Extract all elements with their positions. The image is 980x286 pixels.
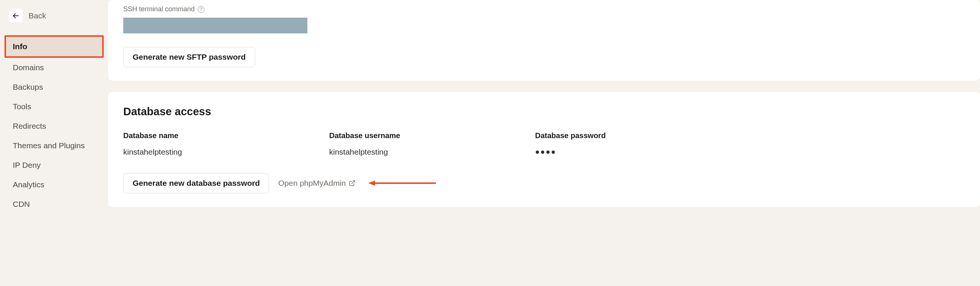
svg-marker-3 [368,180,375,186]
sidebar-item-info[interactable]: Info [5,35,104,58]
open-phpmyadmin-link[interactable]: Open phpMyAdmin [278,179,355,188]
button-label: Generate new database password [133,179,260,188]
database-name-col: Database name kinstahelptesting [123,131,329,156]
database-username-col: Database username kinstahelptesting [329,131,535,156]
sidebar-item-label: Domains [13,63,44,72]
sftp-card: SSH terminal command ? Generate new SFTP… [108,0,980,81]
sidebar-item-label: Tools [13,102,31,111]
link-label: Open phpMyAdmin [278,179,346,188]
sidebar-item-ip-deny[interactable]: IP Deny [5,155,104,175]
annotation-arrow [368,179,436,187]
main-content: SSH terminal command ? Generate new SFTP… [108,0,980,286]
database-card: Database access Database name kinstahelp… [108,92,980,207]
svg-line-1 [352,180,355,183]
ssh-command-label: SSH terminal command [123,5,195,13]
ssh-command-redacted [123,17,307,33]
sidebar-item-label: Backups [13,82,43,91]
sidebar-item-backups[interactable]: Backups [5,77,104,97]
sidebar-item-analytics[interactable]: Analytics [5,175,104,194]
sidebar-item-tools[interactable]: Tools [5,97,104,116]
sidebar-item-label: Redirects [13,122,46,130]
sidebar-item-domains[interactable]: Domains [5,58,104,77]
database-username-label: Database username [329,131,535,140]
sidebar-item-label: Info [13,42,27,51]
generate-db-password-button[interactable]: Generate new database password [123,173,269,193]
database-info-grid: Database name kinstahelptesting Database… [123,131,965,156]
database-password-col: Database password ●●●● [535,131,741,156]
database-name-label: Database name [123,131,329,140]
database-username-value: kinstahelptesting [329,147,535,156]
sidebar-item-label: Themes and Plugins [13,141,84,150]
database-password-label: Database password [535,131,741,140]
sidebar-item-cdn[interactable]: CDN [5,194,104,214]
back-row: Back [0,6,108,32]
database-section-title: Database access [123,92,965,118]
help-icon[interactable]: ? [198,6,204,13]
sidebar-item-themes-plugins[interactable]: Themes and Plugins [5,136,104,155]
database-actions: Generate new database password Open phpM… [123,173,965,193]
back-button[interactable] [9,9,22,22]
generate-sftp-password-button[interactable]: Generate new SFTP password [123,47,255,67]
sidebar: Back Info Domains Backups Tools Redirect… [0,0,108,286]
ssh-label-row: SSH terminal command ? [123,5,965,13]
nav-list: Info Domains Backups Tools Redirects The… [0,32,108,214]
sidebar-item-label: CDN [13,200,30,208]
sidebar-item-label: Analytics [13,180,45,189]
button-label: Generate new SFTP password [133,52,246,62]
database-name-value: kinstahelptesting [123,147,329,156]
back-label[interactable]: Back [29,11,46,20]
arrow-left-icon [12,12,19,19]
external-link-icon [349,180,355,186]
database-password-value: ●●●● [535,147,741,156]
sidebar-item-redirects[interactable]: Redirects [5,116,104,136]
sidebar-item-label: IP Deny [13,161,41,169]
